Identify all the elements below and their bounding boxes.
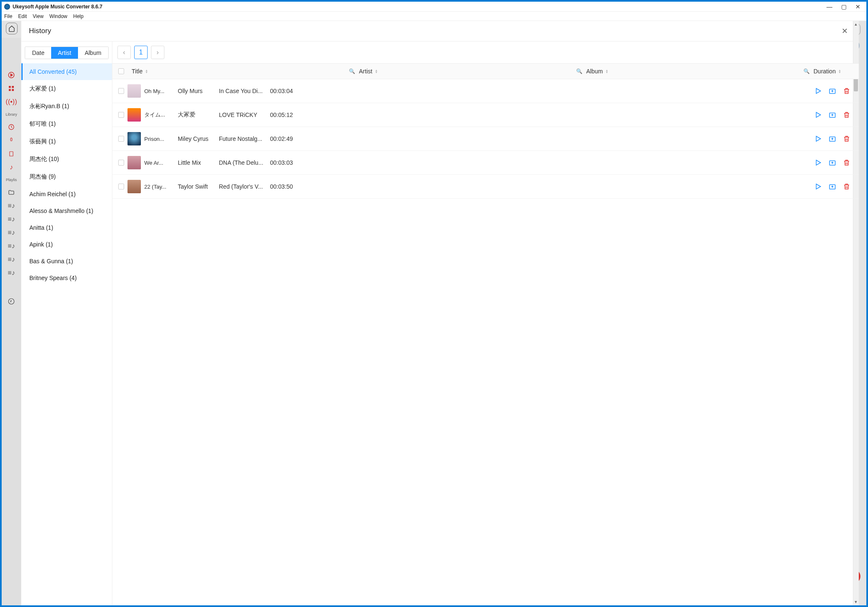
menu-edit[interactable]: Edit: [18, 13, 27, 19]
sidebar-item[interactable]: 張藝興 (1): [21, 133, 112, 150]
sidebar-item[interactable]: Apink (1): [21, 236, 112, 253]
table-row: Oh My... Olly Murs In Case You Di... 00:…: [112, 79, 551, 103]
sidebar-item[interactable]: 周杰伦 (10): [21, 150, 112, 168]
row-artist: Miley Cyrus: [178, 135, 218, 142]
menubar: File Edit View Window Help: [2, 12, 551, 21]
svg-point-8: [8, 298, 14, 304]
songs-icon: [7, 297, 16, 306]
row-checkbox[interactable]: [118, 112, 124, 118]
menu-view[interactable]: View: [33, 13, 44, 19]
sort-icon[interactable]: ▲▼: [145, 69, 148, 73]
sidebar-item[interactable]: 郁可唯 (1): [21, 115, 112, 133]
select-all-checkbox[interactable]: [118, 68, 124, 74]
row-album: LOVE TRiCKY: [219, 112, 264, 118]
folder-icon: [7, 188, 16, 197]
table-row: 22 (Tay... Taylor Swift Red (Taylor's V.…: [112, 175, 551, 199]
sidebar-item[interactable]: 永彬Ryan.B (1): [21, 98, 112, 115]
sidebar-item[interactable]: Anitta (1): [21, 219, 112, 236]
row-checkbox[interactable]: [118, 136, 124, 142]
mic-icon: [7, 136, 16, 145]
tab-artist[interactable]: Artist: [51, 47, 78, 59]
table-row: Prison... Miley Cyrus Future Nostalg... …: [112, 127, 551, 151]
titlebar: Ukeysoft Apple Music Converter 8.6.7 — ▢…: [2, 2, 551, 12]
row-duration: 00:02:49: [270, 135, 304, 142]
playlist-icon-4: ≡♪: [7, 241, 16, 251]
playlist-icon-1: ≡♪: [7, 201, 16, 210]
menu-help[interactable]: Help: [73, 13, 84, 19]
row-album: Red (Taylor's V...: [219, 183, 264, 190]
sidebar-item-all-converted[interactable]: All Converted (45): [21, 63, 112, 80]
table-body: Oh My... Olly Murs In Case You Di... 00:…: [112, 79, 551, 386]
row-checkbox[interactable]: [118, 160, 124, 166]
sidebar-item[interactable]: Alesso & Marshmello (1): [21, 202, 112, 219]
album-art: [127, 132, 141, 145]
playlist-icon-3: ≡♪: [7, 228, 16, 237]
sidebar-item[interactable]: Britney Spears (4): [21, 270, 112, 286]
sidebar-item[interactable]: 大冢爱 (1): [21, 80, 112, 98]
clock-icon: [7, 122, 16, 132]
column-title[interactable]: Title: [132, 68, 143, 75]
sort-icon[interactable]: ▲▼: [375, 69, 378, 73]
playlists-label: Playlis: [2, 176, 21, 184]
radio-icon: ((•)): [7, 97, 16, 106]
album-art: [127, 156, 141, 169]
pager-page-1[interactable]: 1: [134, 46, 148, 59]
table-row: We Ar... Little Mix DNA (The Delu... 00:…: [112, 151, 551, 175]
row-album: DNA (The Delu...: [219, 159, 264, 166]
pager-next[interactable]: ›: [151, 46, 164, 59]
search-title-icon[interactable]: 🔍: [349, 68, 356, 74]
grid-icon: [7, 84, 16, 93]
sidebar-item[interactable]: Bas & Gunna (1): [21, 253, 112, 270]
modal-title: History: [29, 27, 551, 35]
pager-prev[interactable]: ‹: [117, 46, 131, 59]
row-duration: 00:05:12: [270, 112, 304, 118]
row-album: Future Nostalg...: [219, 135, 264, 142]
album-art: [127, 180, 141, 193]
row-duration: 00:03:03: [270, 159, 304, 166]
playlist-icon-6: ≡♪: [7, 268, 16, 278]
row-artist: 大冢爱: [178, 111, 218, 119]
row-title: Prison...: [144, 136, 169, 142]
svg-rect-7: [10, 152, 13, 156]
svg-rect-3: [12, 86, 14, 88]
history-modal: ▲ ▼ History ✕ Date Artist Album All Conv…: [21, 21, 551, 386]
row-duration: 00:03:50: [270, 183, 304, 190]
table-header: Title ▲▼ 🔍 Artist ▲▼ 🔍 Album ▲▼: [112, 64, 551, 79]
row-artist: Olly Murs: [178, 88, 218, 94]
row-artist: Little Mix: [178, 159, 218, 166]
row-title: 22 (Tay...: [144, 184, 169, 190]
svg-rect-4: [9, 89, 11, 91]
menu-file[interactable]: File: [4, 13, 12, 19]
svg-rect-2: [9, 86, 11, 88]
music-note-icon: ♪: [7, 163, 16, 172]
sidebar-item[interactable]: 周杰倫 (9): [21, 168, 112, 186]
filter-tabs: Date Artist Album: [25, 47, 108, 59]
row-artist: Taylor Swift: [178, 183, 218, 190]
library-label: Library: [2, 111, 21, 118]
playlist-icon-2: ≡♪: [7, 215, 16, 224]
column-artist[interactable]: Artist: [359, 68, 372, 75]
row-checkbox[interactable]: [118, 184, 124, 189]
row-title: タイム...: [144, 111, 169, 119]
tab-album[interactable]: Album: [78, 47, 108, 59]
window-title: Ukeysoft Apple Music Converter 8.6.7: [13, 4, 551, 10]
tab-date[interactable]: Date: [25, 47, 51, 59]
album-icon: [7, 149, 16, 158]
sidebar-item[interactable]: Achim Reichel (1): [21, 186, 112, 202]
row-title: We Ar...: [144, 160, 169, 166]
row-album: In Case You Di...: [219, 88, 264, 94]
row-duration: 00:03:04: [270, 88, 304, 94]
row-checkbox[interactable]: [118, 88, 124, 94]
menu-window[interactable]: Window: [49, 13, 68, 19]
table-row: タイム... 大冢爱 LOVE TRiCKY 00:05:12: [112, 103, 551, 127]
play-circle-icon: [7, 70, 16, 80]
row-title: Oh My...: [144, 88, 169, 94]
album-art: [127, 84, 141, 98]
app-icon: [4, 4, 10, 10]
svg-rect-5: [12, 89, 14, 91]
album-art: [127, 108, 141, 122]
home-icon: [6, 23, 18, 34]
playlist-icon-5: ≡♪: [7, 255, 16, 264]
sidebar-list: All Converted (45) 大冢爱 (1) 永彬Ryan.B (1) …: [21, 63, 112, 386]
